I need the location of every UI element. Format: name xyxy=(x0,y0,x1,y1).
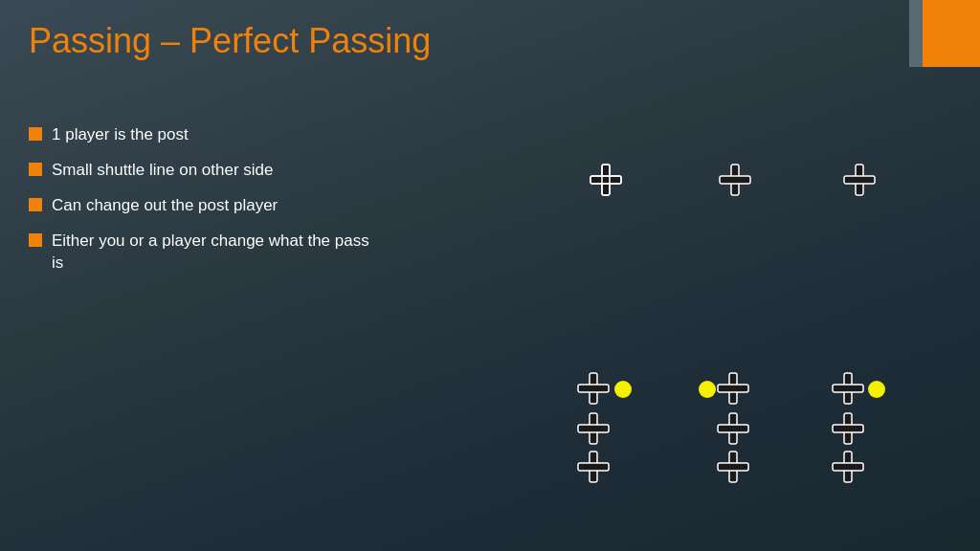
bullet-item-2: Small shuttle line on other side xyxy=(29,160,373,182)
player-cross-g1-2 xyxy=(576,411,611,446)
player-cross-g3-3 xyxy=(831,450,865,484)
svg-rect-23 xyxy=(833,425,863,432)
bullet-text: Can change out the post player xyxy=(52,195,278,217)
bullet-list: 1 player is the postSmall shuttle line o… xyxy=(29,124,373,288)
svg-rect-9 xyxy=(578,385,609,392)
ball-g3 xyxy=(868,381,885,398)
bullet-text: Small shuttle line on other side xyxy=(52,160,274,182)
slide-title: Passing – Perfect Passing xyxy=(29,21,431,61)
top-bar-gray xyxy=(909,0,923,67)
ball-g1 xyxy=(614,381,632,398)
bullet-marker xyxy=(29,163,42,176)
bullet-marker xyxy=(29,127,42,141)
top-bar-orange xyxy=(923,0,980,67)
player-cross-g1-1 xyxy=(576,371,611,406)
diagram-area xyxy=(498,134,980,522)
bullet-marker xyxy=(29,233,42,247)
player-cross-g3-1 xyxy=(831,371,865,406)
ball-g2 xyxy=(699,381,716,398)
svg-rect-5 xyxy=(720,176,750,184)
svg-rect-11 xyxy=(578,425,609,432)
bullet-text: 1 player is the post xyxy=(52,124,189,146)
bullet-item-1: 1 player is the post xyxy=(29,124,373,146)
svg-rect-13 xyxy=(578,463,609,471)
player-cross-top-1 xyxy=(589,163,623,197)
bullet-text: Either you or a player change what the p… xyxy=(52,231,373,275)
player-cross-g2-3 xyxy=(716,450,750,484)
bullet-item-4: Either you or a player change what the p… xyxy=(29,231,373,275)
bullet-marker xyxy=(29,198,42,211)
player-cross-g2-2 xyxy=(716,411,750,446)
svg-rect-1 xyxy=(590,176,621,184)
player-cross-g3-2 xyxy=(831,411,865,446)
bullet-item-3: Can change out the post player xyxy=(29,195,373,217)
top-bar xyxy=(909,0,980,67)
svg-rect-17 xyxy=(718,425,748,432)
svg-rect-7 xyxy=(844,176,875,184)
svg-rect-21 xyxy=(833,385,863,392)
player-cross-g1-3 xyxy=(576,450,611,484)
svg-rect-19 xyxy=(718,463,748,471)
player-cross-top-3 xyxy=(842,163,877,197)
player-cross-top-2 xyxy=(718,163,752,197)
svg-rect-25 xyxy=(833,463,863,471)
player-cross-g2-1 xyxy=(716,371,750,406)
svg-rect-15 xyxy=(718,385,748,392)
